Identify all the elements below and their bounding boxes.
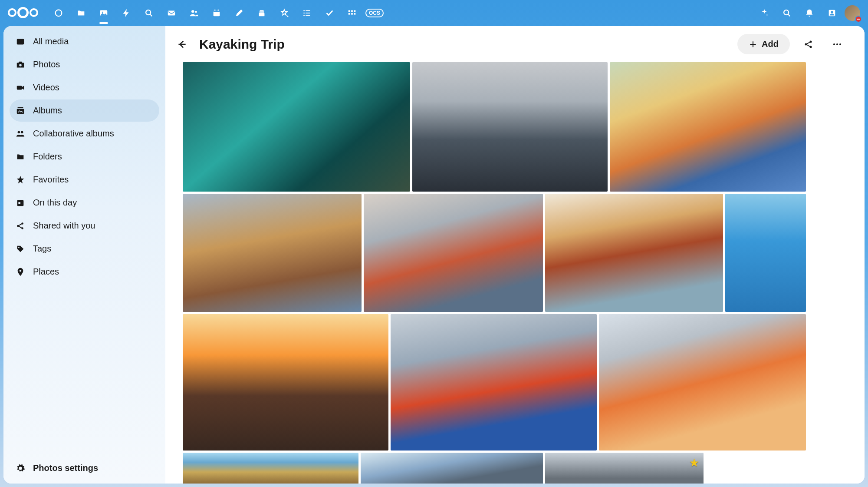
notes-icon[interactable] xyxy=(229,3,249,23)
sidebar-item-places[interactable]: Places xyxy=(10,261,159,283)
svg-rect-23 xyxy=(354,13,356,15)
gallery xyxy=(165,62,865,484)
photo-thumb[interactable] xyxy=(391,314,597,451)
sidebar-item-videos[interactable]: Videos xyxy=(10,76,159,99)
main-window: All media Photos Videos Albums Collabora… xyxy=(3,26,865,484)
more-icon xyxy=(832,39,842,50)
calendar-icon[interactable] xyxy=(207,3,227,23)
recommend-icon[interactable] xyxy=(274,3,294,23)
svg-rect-21 xyxy=(349,13,350,15)
svg-rect-27 xyxy=(17,39,24,44)
svg-point-39 xyxy=(20,269,22,272)
photo-thumb[interactable] xyxy=(412,62,608,192)
svg-rect-19 xyxy=(351,10,353,12)
back-button[interactable] xyxy=(173,36,191,53)
add-button[interactable]: Add xyxy=(737,34,790,54)
more-button[interactable] xyxy=(827,34,847,54)
tasks-icon[interactable] xyxy=(319,3,339,23)
sidebar-item-favorites[interactable]: Favorites xyxy=(10,169,159,191)
settings-label: Photos settings xyxy=(33,463,98,473)
svg-point-32 xyxy=(21,131,23,133)
svg-point-5 xyxy=(191,10,194,13)
sidebar-item-folders[interactable]: Folders xyxy=(10,146,159,168)
svg-point-6 xyxy=(195,11,197,13)
photo-thumb[interactable] xyxy=(545,453,704,484)
svg-point-45 xyxy=(839,43,841,45)
topbar: OCS xyxy=(0,0,868,26)
dnd-status-icon xyxy=(855,16,862,23)
app-shell: OCS All media Photos Videos xyxy=(0,0,868,487)
sidebar-item-collab-albums[interactable]: Collaborative albums xyxy=(10,123,159,145)
content: Kayaking Trip Add xyxy=(165,26,865,484)
list-icon[interactable] xyxy=(297,3,317,23)
nav-label: All media xyxy=(33,36,69,46)
plus-icon xyxy=(749,40,757,49)
ocs-icon[interactable]: OCS xyxy=(365,3,385,23)
sidebar: All media Photos Videos Albums Collabora… xyxy=(3,26,165,484)
nav-label: Tags xyxy=(33,244,51,254)
photo-thumb[interactable] xyxy=(183,62,410,192)
nav-label: Places xyxy=(33,267,59,277)
svg-point-31 xyxy=(18,131,20,133)
nav-label: On this day xyxy=(33,198,77,208)
svg-rect-10 xyxy=(260,11,264,13)
photo-thumb[interactable] xyxy=(364,194,543,312)
user-avatar[interactable] xyxy=(845,5,860,21)
notifications-icon[interactable] xyxy=(799,3,819,23)
photo-thumb[interactable] xyxy=(610,62,806,192)
share-icon xyxy=(803,39,814,50)
svg-rect-34 xyxy=(18,202,20,204)
files-icon[interactable] xyxy=(71,3,91,23)
photo-thumb[interactable] xyxy=(725,194,806,312)
svg-rect-18 xyxy=(349,10,350,12)
search-icon[interactable] xyxy=(777,3,797,23)
content-header: Kayaking Trip Add xyxy=(165,26,865,62)
svg-rect-20 xyxy=(354,10,356,12)
add-label: Add xyxy=(762,39,779,49)
photo-thumb[interactable] xyxy=(183,314,388,451)
photo-thumb[interactable] xyxy=(183,194,362,312)
sidebar-item-albums[interactable]: Albums xyxy=(10,99,159,122)
svg-point-38 xyxy=(18,246,20,248)
photo-thumb[interactable] xyxy=(183,453,358,484)
nav-list: All media Photos Videos Albums Collabora… xyxy=(10,30,159,283)
sidebar-item-shared[interactable]: Shared with you xyxy=(10,215,159,237)
mail-icon[interactable] xyxy=(161,3,181,23)
svg-point-2 xyxy=(102,12,103,13)
page-title: Kayaking Trip xyxy=(199,37,285,52)
svg-point-26 xyxy=(831,11,833,13)
nav-label: Collaborative albums xyxy=(33,129,114,139)
svg-point-0 xyxy=(56,10,62,17)
svg-point-16 xyxy=(303,15,305,16)
nextcloud-logo[interactable] xyxy=(8,8,38,18)
contacts-menu-icon[interactable] xyxy=(822,3,842,23)
photo-thumb[interactable] xyxy=(599,314,806,451)
contacts-app-icon[interactable] xyxy=(184,3,204,23)
svg-rect-8 xyxy=(214,10,220,12)
sidebar-item-all-media[interactable]: All media xyxy=(10,30,159,53)
search-app-icon[interactable] xyxy=(139,3,159,23)
svg-rect-15 xyxy=(306,13,310,13)
svg-point-14 xyxy=(303,13,305,14)
sidebar-item-photos[interactable]: Photos xyxy=(10,53,159,76)
svg-rect-9 xyxy=(259,13,265,16)
photo-thumb[interactable] xyxy=(361,453,543,484)
tables-icon[interactable] xyxy=(342,3,362,23)
photo-thumb[interactable] xyxy=(545,194,723,312)
deck-icon[interactable] xyxy=(252,3,272,23)
nav-label: Shared with you xyxy=(33,221,95,231)
nav-label: Folders xyxy=(33,152,62,162)
svg-point-44 xyxy=(836,43,838,45)
assistant-icon[interactable] xyxy=(754,3,774,23)
photos-settings-button[interactable]: Photos settings xyxy=(10,457,159,479)
share-button[interactable] xyxy=(799,34,819,54)
svg-rect-22 xyxy=(351,13,353,15)
svg-rect-4 xyxy=(168,11,175,16)
sidebar-item-tags[interactable]: Tags xyxy=(10,238,159,260)
svg-rect-11 xyxy=(260,10,263,11)
sidebar-item-on-this-day[interactable]: On this day xyxy=(10,192,159,214)
activity-icon[interactable] xyxy=(116,3,136,23)
photos-icon[interactable] xyxy=(94,3,114,23)
svg-point-28 xyxy=(19,64,22,66)
dashboard-icon[interactable] xyxy=(49,3,69,23)
